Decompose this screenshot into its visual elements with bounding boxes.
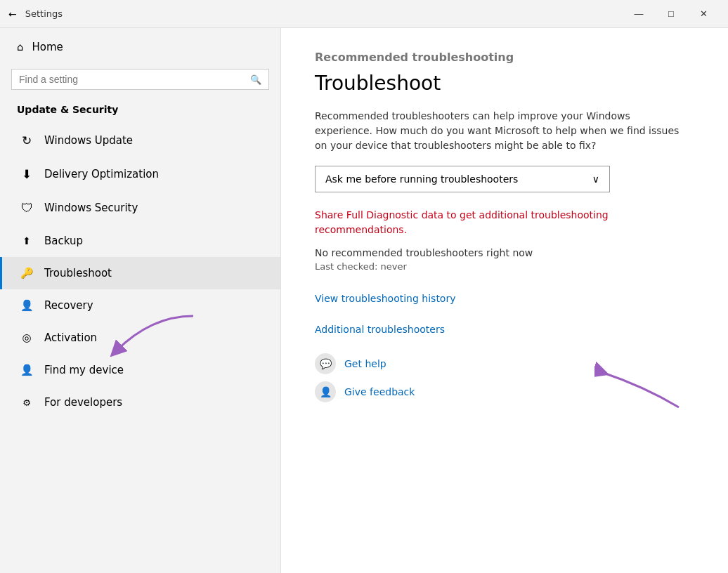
sidebar-item-troubleshoot[interactable]: 🔑 Troubleshoot [0, 257, 280, 289]
content-area: Recommended troubleshooting Troubleshoot… [281, 28, 728, 573]
get-help-row: 💬 Get help [315, 353, 694, 374]
search-box[interactable]: 🔍 [11, 69, 269, 90]
dropdown-value: Ask me before running troubleshooters [325, 173, 518, 185]
sidebar-item-label: Windows Security [44, 202, 138, 214]
backup-icon: ⬆ [19, 235, 34, 246]
sidebar-item-windows-security[interactable]: 🛡 Windows Security [0, 191, 280, 225]
for-developers-icon: ⚙ [19, 397, 34, 408]
sidebar-item-delivery-optimization[interactable]: ⬇ Delivery Optimization [0, 157, 280, 191]
last-checked-text: Last checked: never [315, 261, 694, 272]
sidebar-item-label: Recovery [44, 299, 93, 312]
troubleshoot-icon: 🔑 [19, 267, 34, 279]
sidebar: ⌂ Home 🔍 Update & Security ↻ Windows Upd… [0, 28, 281, 573]
activation-icon: ◎ [19, 331, 34, 344]
windows-update-icon: ↻ [19, 133, 34, 147]
sidebar-section-title: Update & Security [0, 98, 280, 124]
sidebar-item-label: Find my device [44, 364, 124, 376]
give-feedback-row: 👤 Give feedback [315, 381, 694, 402]
sidebar-item-for-developers[interactable]: ⚙ For developers [0, 386, 280, 419]
sidebar-item-label: Delivery Optimization [44, 168, 159, 180]
app-title: Settings [25, 8, 623, 19]
find-my-device-icon: 👤 [19, 364, 34, 376]
recovery-icon: 👤 [19, 299, 34, 312]
sidebar-item-label: For developers [44, 396, 122, 409]
sidebar-item-label: Backup [44, 235, 83, 247]
home-label: Home [32, 41, 63, 53]
give-feedback-link[interactable]: Give feedback [344, 386, 415, 397]
restore-button[interactable]: □ [655, 0, 687, 28]
sidebar-items-list: ↻ Windows Update ⬇ Delivery Optimization… [0, 124, 280, 573]
window-controls: — □ ✕ [623, 0, 720, 28]
main-layout: ⌂ Home 🔍 Update & Security ↻ Windows Upd… [0, 28, 728, 573]
diagnostic-link[interactable]: Share Full Diagnostic data to get additi… [315, 208, 610, 237]
close-button[interactable]: ✕ [687, 0, 720, 28]
sidebar-item-recovery[interactable]: 👤 Recovery [0, 289, 280, 322]
minimize-button[interactable]: — [623, 0, 655, 28]
titlebar: ← Settings — □ ✕ [0, 0, 728, 28]
search-icon: 🔍 [250, 74, 261, 85]
search-input[interactable] [19, 74, 250, 85]
back-button[interactable]: ← [8, 8, 17, 20]
get-help-link[interactable]: Get help [344, 358, 386, 369]
get-help-icon: 💬 [315, 353, 336, 374]
chevron-down-icon: ∨ [592, 173, 599, 185]
page-title: Troubleshoot [315, 72, 694, 95]
content-subtitle-partial: Recommended troubleshooting [315, 51, 694, 66]
sidebar-item-find-my-device[interactable]: 👤 Find my device [0, 354, 280, 386]
sidebar-item-label: Troubleshoot [44, 267, 112, 279]
windows-security-icon: 🛡 [19, 201, 34, 215]
sidebar-item-label: Windows Update [44, 134, 133, 147]
home-icon: ⌂ [17, 41, 24, 53]
additional-troubleshooters-link[interactable]: Additional troubleshooters [315, 324, 445, 335]
no-troubleshooters-text: No recommended troubleshooters right now [315, 247, 694, 258]
troubleshoot-dropdown[interactable]: Ask me before running troubleshooters ∨ [315, 166, 610, 192]
sidebar-item-home[interactable]: ⌂ Home [0, 28, 280, 66]
sidebar-item-windows-update[interactable]: ↻ Windows Update [0, 124, 280, 157]
give-feedback-icon: 👤 [315, 381, 336, 402]
content-description: Recommended troubleshooters can help imp… [315, 109, 680, 153]
sidebar-item-label: Activation [44, 331, 97, 344]
sidebar-item-backup[interactable]: ⬆ Backup [0, 225, 280, 257]
delivery-optimization-icon: ⬇ [19, 167, 34, 181]
view-history-link[interactable]: View troubleshooting history [315, 293, 455, 304]
sidebar-item-activation[interactable]: ◎ Activation [0, 322, 280, 354]
